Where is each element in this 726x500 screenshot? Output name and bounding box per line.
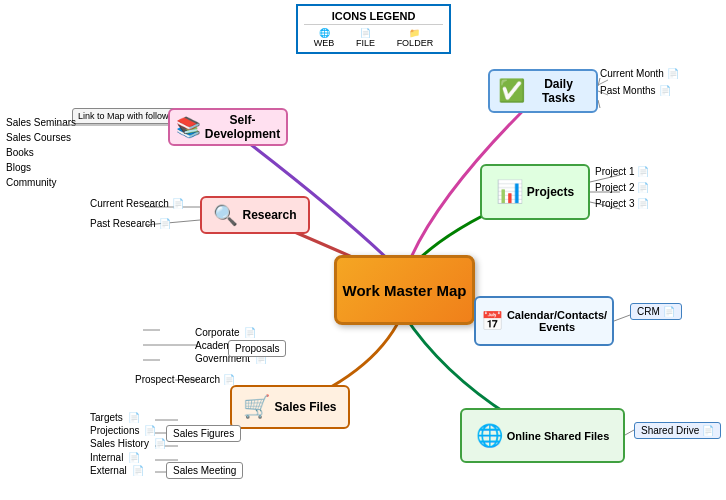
- center-label: Work Master Map: [343, 282, 467, 299]
- crm-file-icon: 📄: [663, 306, 675, 317]
- sales-meeting-label: Sales Meeting: [173, 465, 236, 476]
- prospect-research-node[interactable]: Prospect Research 📄: [135, 374, 235, 385]
- crm-label: CRM: [637, 306, 660, 317]
- current-month-label: Current Month: [600, 68, 664, 79]
- folder-label: FOLDER: [397, 38, 434, 48]
- project2-file-icon: 📄: [637, 182, 649, 193]
- corporate-label: Corporate: [195, 327, 239, 338]
- sales-seminars: Sales Seminars: [6, 115, 76, 130]
- sales-figures-group: Targets 📄 Projections 📄 Sales History 📄: [90, 412, 166, 451]
- self-dev-label: Self-Development: [205, 113, 280, 141]
- current-research-file-icon: 📄: [172, 198, 184, 209]
- center-node[interactable]: Work Master Map: [334, 255, 475, 325]
- projections-file-icon: 📄: [144, 425, 156, 436]
- calendar-label: Calendar/Contacts/ Events: [507, 309, 607, 333]
- online-shared-icon: 🌐: [476, 423, 503, 449]
- current-research-label: Current Research: [90, 198, 169, 209]
- internal-file-icon: 📄: [128, 452, 140, 463]
- web-label: WEB: [314, 38, 335, 48]
- sales-files-label: Sales Files: [274, 400, 336, 414]
- legend-icons: 🌐 WEB 📄 FILE 📁 FOLDER: [304, 28, 443, 48]
- legend-file-item: 📄 FILE: [356, 28, 375, 48]
- shared-drive-file-icon: 📄: [702, 425, 714, 436]
- targets-label: Targets: [90, 412, 123, 423]
- project3-node[interactable]: Project 3 📄: [595, 198, 649, 209]
- prospect-research-file-icon: 📄: [223, 374, 235, 385]
- project1-label: Project 1: [595, 166, 634, 177]
- proposals-box[interactable]: Proposals: [228, 340, 286, 357]
- projects-label: Projects: [527, 185, 574, 199]
- project2-node[interactable]: Project 2 📄: [595, 182, 649, 193]
- sales-files-node[interactable]: 🛒 Sales Files: [230, 385, 350, 429]
- sales-files-icon: 🛒: [243, 394, 270, 420]
- legend-title: ICONS LEGEND: [304, 10, 443, 25]
- external-file-icon: 📄: [132, 465, 144, 476]
- legend-web-item: 🌐 WEB: [314, 28, 335, 48]
- project1-file-icon: 📄: [637, 166, 649, 177]
- sales-history-node[interactable]: Sales History 📄: [90, 438, 166, 449]
- sales-meeting-box[interactable]: Sales Meeting: [166, 462, 243, 479]
- project3-label: Project 3: [595, 198, 634, 209]
- svg-line-3: [598, 100, 600, 108]
- sales-history-label: Sales History: [90, 438, 149, 449]
- projects-icon: 📊: [496, 179, 523, 205]
- daily-tasks-node[interactable]: ✅ Daily Tasks: [488, 69, 598, 113]
- blogs: Blogs: [6, 160, 76, 175]
- internal-label: Internal: [90, 452, 123, 463]
- external-node[interactable]: External 📄: [90, 465, 144, 476]
- shared-drive-label: Shared Drive: [641, 425, 699, 436]
- icons-legend-box: ICONS LEGEND 🌐 WEB 📄 FILE 📁 FOLDER: [296, 4, 451, 54]
- research-label: Research: [242, 208, 296, 222]
- past-months-label: Past Months: [600, 85, 656, 96]
- daily-tasks-icon: ✅: [498, 78, 525, 104]
- proposals-label: Proposals: [235, 343, 279, 354]
- legend-folder-item: 📁 FOLDER: [397, 28, 434, 48]
- project1-node[interactable]: Project 1 📄: [595, 166, 649, 177]
- research-icon: 🔍: [213, 203, 238, 227]
- folder-icon-legend: 📁: [409, 28, 420, 38]
- shared-drive-node[interactable]: Shared Drive 📄: [634, 422, 721, 439]
- file-label: FILE: [356, 38, 375, 48]
- self-development-node[interactable]: 📚 Self-Development: [168, 108, 288, 146]
- current-month-file-icon: 📄: [667, 68, 679, 79]
- web-icon: 🌐: [319, 28, 330, 38]
- books: Books: [6, 145, 76, 160]
- projects-node[interactable]: 📊 Projects: [480, 164, 590, 220]
- community: Community: [6, 175, 76, 190]
- current-month-node[interactable]: Current Month 📄: [600, 68, 679, 79]
- sales-courses: Sales Courses: [6, 130, 76, 145]
- prospect-research-label: Prospect Research: [135, 374, 220, 385]
- past-months-file-icon: 📄: [659, 85, 671, 96]
- internal-node[interactable]: Internal 📄: [90, 452, 144, 463]
- svg-line-21: [614, 315, 630, 321]
- self-dev-icon: 📚: [176, 115, 201, 139]
- self-dev-items-block: Sales Seminars Sales Courses Books Blogs…: [6, 115, 76, 190]
- corporate-node[interactable]: Corporate 📄: [195, 327, 267, 338]
- project3-file-icon: 📄: [637, 198, 649, 209]
- projections-node[interactable]: Projections 📄: [90, 425, 166, 436]
- svg-line-22: [625, 430, 634, 435]
- targets-node[interactable]: Targets 📄: [90, 412, 166, 423]
- file-icon-legend: 📄: [360, 28, 371, 38]
- sales-figures-label: Sales Figures: [173, 428, 234, 439]
- calendar-icon: 📅: [481, 310, 503, 332]
- past-months-node[interactable]: Past Months 📄: [600, 85, 671, 96]
- sales-meeting-group: Internal 📄 External 📄: [90, 452, 144, 476]
- sales-history-file-icon: 📄: [154, 438, 166, 449]
- corporate-file-icon: 📄: [244, 327, 256, 338]
- projections-label: Projections: [90, 425, 139, 436]
- past-research-label: Past Research: [90, 218, 156, 229]
- research-node[interactable]: 🔍 Research: [200, 196, 310, 234]
- calendar-node[interactable]: 📅 Calendar/Contacts/ Events: [474, 296, 614, 346]
- sales-figures-box[interactable]: Sales Figures: [166, 425, 241, 442]
- online-shared-label: Online Shared Files: [507, 430, 610, 442]
- past-research-node[interactable]: Past Research 📄: [90, 218, 171, 229]
- targets-file-icon: 📄: [128, 412, 140, 423]
- online-shared-node[interactable]: 🌐 Online Shared Files: [460, 408, 625, 463]
- current-research-node[interactable]: Current Research 📄: [90, 198, 184, 209]
- crm-node[interactable]: CRM 📄: [630, 303, 682, 320]
- daily-tasks-label: Daily Tasks: [529, 77, 588, 105]
- project2-label: Project 2: [595, 182, 634, 193]
- external-label: External: [90, 465, 127, 476]
- past-research-file-icon: 📄: [159, 218, 171, 229]
